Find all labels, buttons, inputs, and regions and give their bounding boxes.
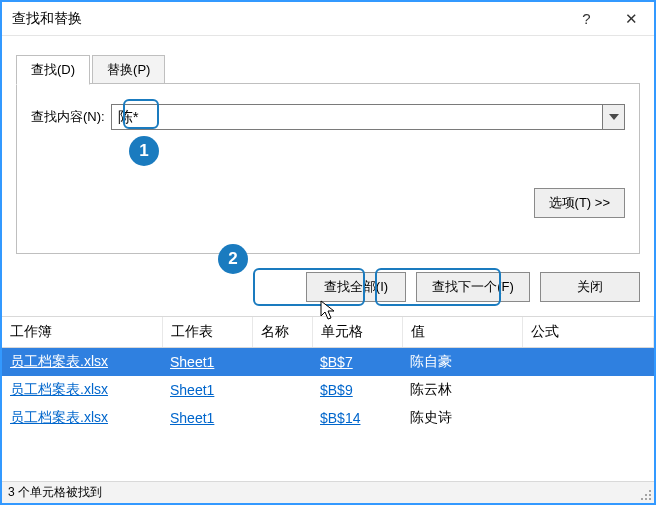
svg-point-3 xyxy=(641,498,643,500)
status-text: 3 个单元格被找到 xyxy=(8,484,102,501)
cell-name xyxy=(252,376,312,404)
col-formula[interactable]: 公式 xyxy=(522,317,654,348)
cell-cell: $B$9 xyxy=(312,376,402,404)
cell-name xyxy=(252,348,312,377)
col-cell[interactable]: 单元格 xyxy=(312,317,402,348)
cell-cell: $B$14 xyxy=(312,404,402,432)
find-input-wrap xyxy=(111,104,625,130)
col-value[interactable]: 值 xyxy=(402,317,522,348)
dialog-body: 查找(D) 替换(P) 查找内容(N): 1 选项 xyxy=(2,36,654,262)
table-row[interactable]: 员工档案表.xlsxSheet1$B$7陈自豪 xyxy=(2,348,654,377)
annotation-callout-1: 1 xyxy=(129,136,159,166)
results-table-wrap: 工作簿 工作表 名称 单元格 值 公式 员工档案表.xlsxSheet1$B$7… xyxy=(2,316,654,481)
svg-point-5 xyxy=(649,498,651,500)
table-header-row: 工作簿 工作表 名称 单元格 值 公式 xyxy=(2,317,654,348)
window-title: 查找和替换 xyxy=(12,10,564,28)
cell-workbook: 员工档案表.xlsx xyxy=(2,404,162,432)
titlebar: 查找和替换 ? ✕ xyxy=(2,2,654,36)
table-row[interactable]: 员工档案表.xlsxSheet1$B$9陈云林 xyxy=(2,376,654,404)
col-workbook[interactable]: 工作簿 xyxy=(2,317,162,348)
cell-value: 陈云林 xyxy=(402,376,522,404)
find-history-dropdown[interactable] xyxy=(603,104,625,130)
svg-point-2 xyxy=(649,494,651,496)
help-button[interactable]: ? xyxy=(564,3,609,35)
cell-formula xyxy=(522,404,654,432)
tab-find[interactable]: 查找(D) xyxy=(16,55,90,85)
find-row: 查找内容(N): xyxy=(31,104,625,130)
find-replace-dialog: 查找和替换 ? ✕ 查找(D) 替换(P) 查找内容(N): xyxy=(0,0,656,505)
resize-grip-icon[interactable] xyxy=(640,489,652,501)
cell-value: 陈史诗 xyxy=(402,404,522,432)
cell-workbook: 员工档案表.xlsx xyxy=(2,376,162,404)
cell-workbook: 员工档案表.xlsx xyxy=(2,348,162,377)
tabstrip: 查找(D) 替换(P) xyxy=(16,54,640,84)
find-label: 查找内容(N): xyxy=(31,108,105,126)
cell-sheet: Sheet1 xyxy=(162,376,252,404)
cell-name xyxy=(252,404,312,432)
close-window-button[interactable]: ✕ xyxy=(609,3,654,35)
svg-point-1 xyxy=(645,494,647,496)
tab-replace[interactable]: 替换(P) xyxy=(92,55,165,84)
col-sheet[interactable]: 工作表 xyxy=(162,317,252,348)
statusbar: 3 个单元格被找到 xyxy=(2,481,654,503)
find-next-button[interactable]: 查找下一个(F) xyxy=(416,272,530,302)
table-row[interactable]: 员工档案表.xlsxSheet1$B$14陈史诗 xyxy=(2,404,654,432)
cell-formula xyxy=(522,348,654,377)
svg-point-4 xyxy=(645,498,647,500)
svg-point-0 xyxy=(649,490,651,492)
close-button[interactable]: 关闭 xyxy=(540,272,640,302)
results-table: 工作簿 工作表 名称 单元格 值 公式 员工档案表.xlsxSheet1$B$7… xyxy=(2,317,654,432)
cell-value: 陈自豪 xyxy=(402,348,522,377)
find-all-button[interactable]: 查找全部(I) xyxy=(306,272,406,302)
cell-sheet: Sheet1 xyxy=(162,348,252,377)
col-name[interactable]: 名称 xyxy=(252,317,312,348)
find-panel: 查找内容(N): 1 选项(T) >> xyxy=(16,84,640,254)
chevron-down-icon xyxy=(609,114,619,120)
find-input[interactable] xyxy=(111,104,603,130)
cell-cell: $B$7 xyxy=(312,348,402,377)
options-button[interactable]: 选项(T) >> xyxy=(534,188,625,218)
cell-sheet: Sheet1 xyxy=(162,404,252,432)
cell-formula xyxy=(522,376,654,404)
action-row: 2 查找全部(I) 查找下一个(F) 关闭 xyxy=(2,262,654,316)
